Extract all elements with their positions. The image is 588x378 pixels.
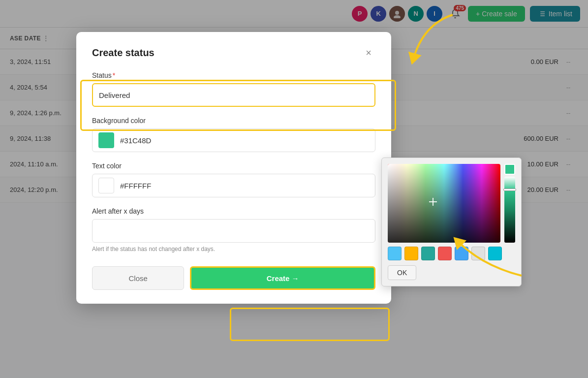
alert-input[interactable] [98, 227, 369, 235]
bg-color-field-box[interactable]: #31C48D [92, 128, 375, 152]
picker-right-panel [504, 164, 515, 243]
preset-teal[interactable] [421, 247, 435, 260]
modal-header: Create status × [92, 46, 375, 60]
text-color-label: Text color [92, 162, 375, 170]
bg-color-value: #31C48D [120, 136, 151, 145]
status-input[interactable] [99, 91, 369, 99]
preset-cyan[interactable] [488, 247, 502, 260]
modal-title: Create status [92, 47, 155, 59]
picker-ok-button[interactable]: OK [388, 265, 416, 280]
text-color-swatch [98, 178, 114, 193]
modal-footer: Close Create → [92, 266, 375, 290]
status-field-group: Status * [92, 71, 375, 107]
create-status-modal: Create status × Status * Background colo… [76, 32, 391, 304]
preset-red[interactable] [438, 247, 452, 260]
bg-color-label: Background color [92, 117, 375, 125]
color-picker-popup: OK [381, 158, 522, 286]
alert-hint: Alert if the status has not changed afte… [92, 246, 375, 252]
text-color-value: #FFFFFF [120, 182, 151, 190]
preset-light-blue[interactable] [388, 247, 402, 260]
bg-color-field-group: Background color #31C48D [92, 117, 375, 152]
picker-current-color [504, 164, 515, 175]
text-color-field-box[interactable]: #FFFFFF [92, 174, 375, 197]
required-star: * [113, 71, 115, 79]
close-button[interactable]: Close [92, 266, 184, 290]
status-field-box [92, 83, 375, 107]
picker-brightness-strip[interactable] [504, 177, 515, 243]
modal-close-button[interactable]: × [362, 46, 375, 60]
preset-grey[interactable] [471, 247, 485, 260]
alert-field-box [92, 219, 375, 243]
alert-field-group: Alert after x days Alert if the status h… [92, 207, 375, 252]
create-button[interactable]: Create → [190, 266, 375, 290]
preset-colors-row [388, 247, 515, 260]
text-color-field-group: Text color #FFFFFF [92, 162, 375, 197]
preset-blue[interactable] [455, 247, 468, 260]
status-label: Status * [92, 71, 375, 79]
alert-label: Alert after x days [92, 207, 375, 215]
picker-footer: OK [388, 265, 515, 280]
preset-amber[interactable] [404, 247, 418, 260]
bg-color-swatch [98, 132, 114, 148]
color-picker-gradient[interactable] [388, 164, 500, 243]
